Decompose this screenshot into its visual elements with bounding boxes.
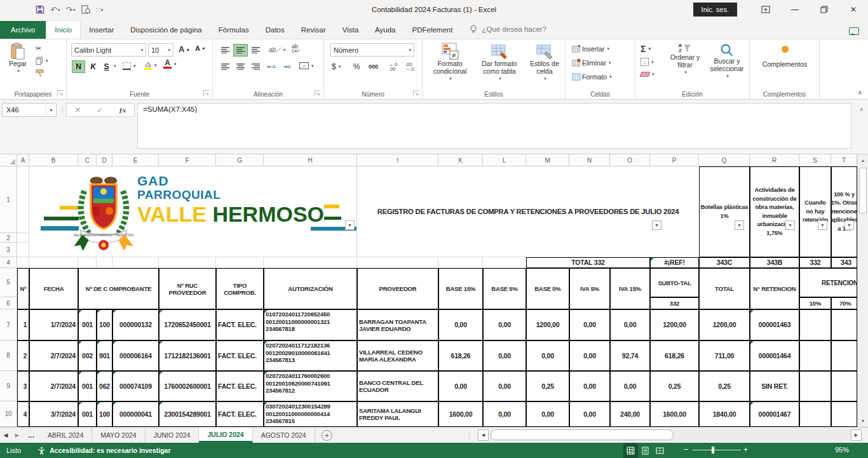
thousands-button[interactable]: 000 [369,64,378,70]
table-header[interactable]: N° RETENCION [750,268,799,309]
cell[interactable]: 2300154289001 [159,401,216,427]
tab-ayuda[interactable]: Ayuda [367,21,403,39]
cell[interactable]: 001 [78,309,97,340]
cell[interactable] [799,340,831,371]
sheet-tab-agosto[interactable]: AGOSTO 2024 [253,428,315,443]
zoom-level[interactable]: 95% [835,446,849,454]
cell[interactable]: 1200,00 [650,309,699,340]
col-header[interactable]: P [650,154,699,166]
increase-decimal-button[interactable]: ←.0.00 [389,62,398,71]
cell[interactable]: 4 [17,401,29,427]
customize-qat-icon[interactable]: ⸬▾ [97,7,103,13]
cell[interactable]: 332 [799,257,831,268]
cell[interactable]: 000006164 [112,340,159,371]
table-header[interactable]: BASE 5% [483,268,526,309]
zoom-slider[interactable] [693,450,741,450]
col-header[interactable]: Q [699,154,750,166]
cell[interactable]: 1 [17,309,29,340]
cell[interactable]: 618,26 [438,340,483,371]
cell[interactable]: 0307202401230015428900120011000000000414… [264,401,357,427]
vertical-header-q[interactable]: Botellas plásticas 1% [699,166,750,257]
cell[interactable]: 343B [750,257,799,268]
cell[interactable]: 0,00 [438,371,483,401]
report-title[interactable]: REGISTRO DE FACTURAS DE COMPRA Y RETENCI… [357,166,699,257]
col-header[interactable]: T [831,154,857,166]
cell[interactable] [264,257,357,268]
horizontal-scrollbar[interactable] [489,429,850,441]
table-header[interactable]: 332 [650,297,699,309]
decrease-indent-icon[interactable]: ⇤≡ [268,64,276,70]
cell[interactable] [17,257,29,268]
collapse-ribbon-icon[interactable]: ∧ [858,89,862,96]
number-dialog-launcher[interactable]: ↘ [413,90,419,97]
close-button[interactable]: ✕ [839,0,868,19]
tab-vista[interactable]: Vista [334,21,367,39]
minimize-button[interactable]: — [780,0,810,19]
align-center-button[interactable] [233,60,248,73]
cell[interactable]: 3/7/2024 [29,401,78,427]
conditional-formatting-button[interactable]: ≠ Formato condicional [426,43,473,83]
col-header[interactable]: K [438,154,483,166]
cell[interactable]: 0,00 [483,401,526,427]
sheet-tab-julio-active[interactable]: JULIO 2024 [199,428,252,443]
vertical-scroll-thumb[interactable] [859,168,867,213]
cell[interactable]: SIN RET. [750,371,799,401]
filter-dropdown-icon[interactable]: ▼ [735,220,744,230]
fill-button[interactable]: ↓ [641,58,654,66]
redo-icon[interactable]: ↷▾ [65,6,75,14]
cell[interactable]: 0207202401176000260000120010620000741091… [264,371,357,401]
font-color-button[interactable]: A [163,60,177,69]
cell[interactable] [78,257,97,268]
collapse-formula-bar-icon[interactable]: ∧ [859,106,864,112]
table-header[interactable]: Nº RUC PROVEEDOR [159,268,216,309]
cell[interactable] [17,233,29,243]
cell[interactable]: 343C [699,257,750,268]
cell[interactable]: 0,00 [569,371,610,401]
filter-dropdown-icon[interactable]: ▼ [818,220,827,230]
cell[interactable]: 2/7/2024 [29,340,78,371]
tab-datos[interactable]: Datos [257,21,293,39]
row-header[interactable]: 6 [0,297,17,309]
format-as-table-button[interactable]: Dar formato como tabla [475,43,524,83]
col-header[interactable]: G [216,154,264,166]
table-header[interactable]: AUTORIZACIÓN [264,268,357,309]
cancel-icon[interactable]: ✕ [75,106,81,114]
horizontal-scroll-thumb[interactable] [491,429,674,440]
delete-cells-button[interactable]: Eliminar [572,58,611,67]
table-header[interactable]: IVA 15% [610,268,650,309]
cell[interactable]: VILLARREAL CEDENO MARIA ALEXANDRA [357,340,438,371]
cell[interactable]: 0107202401172065245000120011000000001321… [264,309,357,340]
cell[interactable]: 1200,00 [526,309,569,340]
scroll-down-icon[interactable]: ▼ [858,415,868,427]
align-right-button[interactable] [248,60,263,73]
row-header[interactable]: 8 [0,340,17,371]
cell[interactable]: 062 [97,371,112,401]
cell[interactable]: 0,25 [650,371,699,401]
cell[interactable]: 100 [97,309,112,340]
cell[interactable] [799,309,831,340]
cell[interactable]: 0,00 [610,371,650,401]
print-preview-icon[interactable] [81,5,91,15]
cell[interactable]: 1600,00 [650,401,699,427]
zoom-out-icon[interactable]: − [684,445,689,454]
row-header[interactable]: 3 [0,243,17,257]
new-sheet-button[interactable]: + [322,430,332,441]
ribbon-display-options-icon[interactable] [751,0,780,19]
filter-dropdown-icon[interactable]: ▼ [844,220,854,230]
cell[interactable]: FACT. ELEC. [216,309,264,340]
col-header[interactable]: O [610,154,650,166]
cell[interactable] [438,257,483,268]
cell[interactable] [831,340,857,371]
format-painter-button[interactable] [36,69,44,77]
align-left-button[interactable] [218,60,233,73]
scroll-up-icon[interactable]: ▲ [858,154,868,166]
insert-function-icon[interactable]: ƒx [119,106,126,114]
cell[interactable]: 0,00 [438,309,483,340]
table-header[interactable]: PROVEEDOR [357,268,438,309]
col-header[interactable]: H [264,154,357,166]
filter-dropdown-icon[interactable]: ▼ [652,220,661,230]
copy-button[interactable] [36,57,48,65]
sheet-nav-right-icon[interactable]: ▶ [11,428,23,443]
cell[interactable]: 0,25 [699,371,750,401]
cell[interactable]: 343 [831,257,857,268]
